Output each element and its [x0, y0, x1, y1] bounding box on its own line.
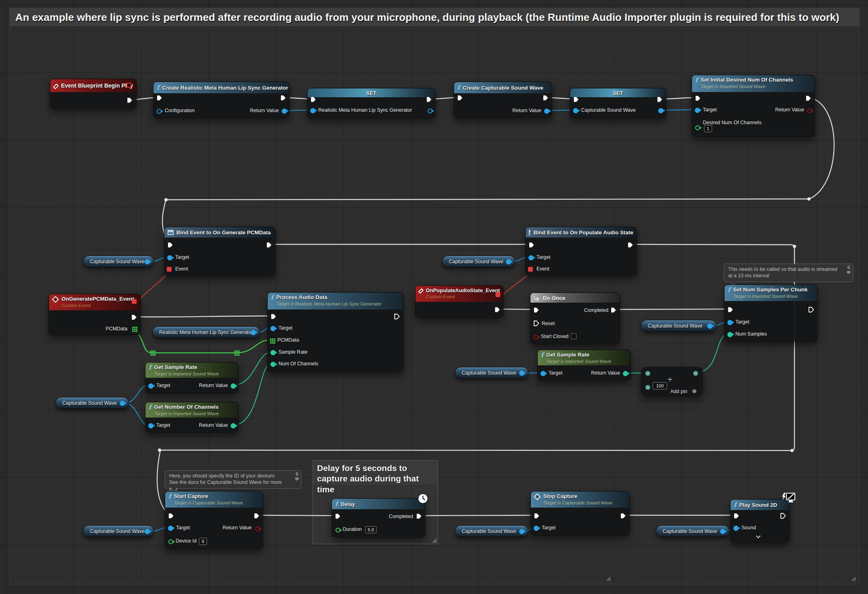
pill-capturable-sound-wave[interactable]: Capturable Sound Wave — [83, 256, 154, 268]
object-pin-target[interactable] — [148, 383, 154, 389]
exec-in-pin[interactable] — [733, 513, 739, 519]
wire-exec-doonce-setnum[interactable] — [617, 309, 728, 309]
object-pin-out[interactable] — [120, 401, 125, 406]
exec-out-pin[interactable] — [131, 314, 137, 320]
comment-resize-handle[interactable] — [850, 576, 856, 581]
node-start-capture[interactable]: f Start Capture Target is Capturable Sou… — [165, 491, 263, 549]
object-pin-target[interactable] — [695, 108, 700, 113]
pill-capturable-sound-wave[interactable]: Capturable Sound Wave — [641, 320, 717, 332]
int-pin-desired-channels[interactable] — [695, 125, 700, 130]
object-pin-target[interactable] — [270, 326, 276, 331]
bool-pin-return[interactable] — [255, 526, 260, 531]
numeric-pin-return[interactable] — [231, 423, 236, 428]
wire-event-pcm[interactable] — [138, 271, 170, 301]
exec-out-pin[interactable] — [808, 307, 814, 313]
node-play-sound-2d[interactable]: f Play Sound 2D Sound — [730, 499, 790, 543]
reroute-node[interactable] — [790, 449, 794, 452]
object-pin-return[interactable] — [544, 109, 549, 114]
object-pin-out[interactable] — [519, 529, 524, 534]
exec-in-pin[interactable] — [534, 513, 540, 519]
wire-return-set1[interactable] — [287, 110, 309, 111]
wire-return-set2[interactable] — [549, 110, 572, 111]
object-pin-target[interactable] — [727, 320, 733, 325]
exec-in-pin[interactable] — [156, 95, 162, 101]
delegate-pin-event[interactable] — [167, 267, 172, 272]
pill-capturable-sound-wave[interactable]: Capturable Sound Wave — [55, 397, 129, 409]
exec-in-pin[interactable] — [533, 307, 539, 313]
object-pin-target[interactable] — [540, 371, 546, 376]
pill-capturable-sound-wave[interactable]: Capturable Sound Wave — [83, 525, 154, 537]
bool-pin-start-closed[interactable] — [534, 335, 538, 340]
object-pin-target[interactable] — [528, 255, 534, 260]
pill-lip-sync-generator[interactable]: Realistic Meta Human Lip Sync Generator — [152, 326, 260, 338]
numeric-pin-return[interactable] — [231, 383, 236, 389]
array-pin-pcmdata[interactable] — [132, 326, 137, 332]
exec-in-pin[interactable] — [270, 313, 276, 320]
value-input[interactable]: 0 — [199, 538, 207, 545]
object-pin-out[interactable] — [720, 529, 725, 534]
delegate-pin[interactable] — [127, 83, 131, 88]
node-create-realistic-generator[interactable]: f Create Realistic Meta Human Lip Sync G… — [153, 82, 290, 118]
array-pin-pcmdata[interactable] — [270, 338, 275, 343]
object-pin-configuration[interactable] — [157, 109, 162, 114]
exec-in-pin[interactable] — [310, 96, 316, 102]
node-get-sample-rate-2[interactable]: f Get Sample Rate Target is Imported Sou… — [537, 350, 631, 380]
pill-capturable-sound-wave[interactable]: Capturable Sound Wave — [442, 256, 515, 268]
wildcard-pin-out[interactable] — [693, 371, 698, 376]
node-bind-event-pcmdata[interactable]: Bind Event to On Generate PCMData Target… — [164, 227, 276, 276]
wire-exec-delay-stop[interactable] — [421, 515, 534, 516]
delegate-pin[interactable] — [132, 299, 137, 304]
exec-out-pin[interactable] — [620, 513, 626, 519]
value-input[interactable]: 5.0 — [365, 526, 377, 533]
exec-out-pin-completed[interactable] — [610, 307, 616, 313]
numeric-pin-num-samples[interactable] — [727, 332, 733, 337]
exec-in-pin[interactable] — [528, 242, 534, 248]
exec-in-pin[interactable] — [457, 95, 463, 101]
chevron-down-icon[interactable] — [755, 535, 761, 539]
exec-out-pin[interactable] — [266, 242, 272, 248]
exec-in-pin[interactable] — [167, 242, 173, 248]
object-pin-in[interactable] — [310, 108, 315, 113]
exec-out-pin[interactable] — [780, 513, 786, 519]
exec-out-pin[interactable] — [805, 95, 811, 101]
reroute-node[interactable] — [164, 198, 168, 201]
pill-capturable-sound-wave[interactable]: Capturable Sound Wave — [455, 525, 528, 537]
node-create-capturable[interactable]: f Create Capturable Sound Wave Return Va… — [454, 82, 552, 118]
exec-in-pin[interactable] — [727, 307, 733, 313]
object-pin-target[interactable] — [168, 526, 173, 531]
numeric-pin-num-channels[interactable] — [270, 362, 276, 367]
float-pin-duration[interactable] — [336, 528, 340, 533]
wire-samplerate[interactable] — [235, 352, 270, 385]
node-set-num-samples[interactable]: f Set Num Samples Per Chunk Target is Im… — [724, 285, 818, 341]
delegate-pin[interactable] — [495, 292, 500, 297]
pin-icon[interactable] — [847, 266, 851, 270]
node-get-number-of-channels[interactable]: f Get Number Of Channels Target is Impor… — [145, 402, 239, 432]
wire-exec-eventpopulate-doonce[interactable] — [499, 309, 534, 309]
reroute-node[interactable] — [158, 449, 161, 452]
wildcard-pin-in-b[interactable] — [645, 385, 650, 390]
object-pin-in[interactable] — [573, 108, 578, 113]
bool-pin-return[interactable] — [807, 109, 812, 113]
object-pin-sound[interactable] — [733, 526, 739, 531]
exec-out-pin[interactable] — [627, 242, 633, 248]
value-input[interactable]: 1 — [704, 125, 712, 132]
node-onpopulateaudiostate-event[interactable]: OnPopulateAudioState_Event Custom Event — [415, 285, 504, 317]
pill-capturable-sound-wave[interactable]: Capturable Sound Wave — [656, 525, 729, 537]
reroute-node[interactable] — [793, 245, 796, 248]
delegate-pin-event[interactable] — [528, 267, 533, 272]
wire-set2-setinitial-target[interactable] — [663, 110, 694, 110]
object-pin-out[interactable] — [428, 109, 432, 113]
exec-out-pin[interactable] — [657, 96, 663, 102]
exec-out-pin[interactable] — [254, 513, 260, 519]
exec-in-pin-reset[interactable] — [533, 320, 539, 326]
add-pin-icon[interactable]: ⊕ — [692, 388, 697, 394]
object-pin-target[interactable] — [148, 423, 154, 428]
object-pin-return[interactable] — [282, 109, 287, 114]
node-stop-capture[interactable]: Stop Capture Target is Capturable Sound … — [530, 491, 630, 535]
exec-out-pin[interactable] — [280, 95, 286, 101]
node-bind-event-populate[interactable]: Bind Event to On Populate Audio State Ta… — [525, 227, 637, 276]
node-process-audio-data[interactable]: f Process Audio Data Target is Realistic… — [267, 292, 403, 372]
exec-out-pin-completed[interactable] — [416, 513, 422, 519]
numeric-pin-return[interactable] — [623, 371, 628, 376]
value-input[interactable]: 100 — [653, 382, 667, 389]
